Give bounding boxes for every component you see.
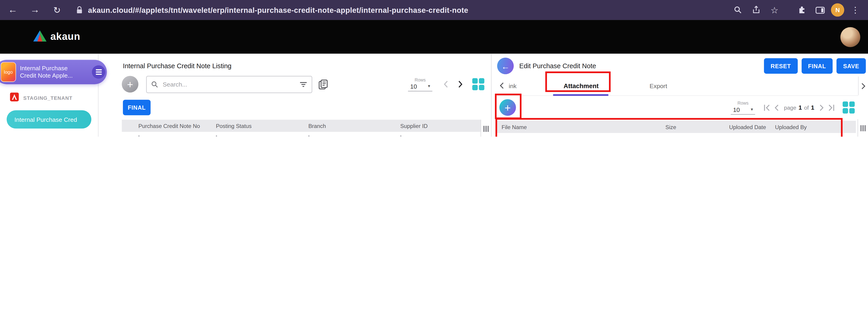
- plus-icon: +: [504, 102, 511, 113]
- browser-chrome: ← → ↻ akaun.cloud/#/applets/tnt/wavelet/…: [0, 0, 868, 20]
- add-attachment-button[interactable]: +: [499, 99, 516, 116]
- profile-avatar[interactable]: N: [831, 3, 844, 17]
- last-page-button[interactable]: [828, 103, 835, 112]
- browser-back-icon[interactable]: ←: [5, 3, 20, 17]
- app-header: akaun: [0, 20, 868, 54]
- detail-header: ← Edit Purchase Credit Note RESET FINAL …: [497, 54, 868, 76]
- col-supplier-id[interactable]: Supplier ID: [398, 123, 480, 129]
- listing-panel: Internal Purchase Credit Note Listing +: [120, 54, 492, 137]
- rows-per-page-select[interactable]: Rows 10▾: [730, 100, 756, 115]
- search-icon: [151, 81, 158, 88]
- reset-button[interactable]: RESET: [764, 58, 797, 74]
- share-icon[interactable]: [749, 3, 764, 17]
- tenant-name: STAGING_TENANT: [23, 95, 72, 101]
- attachment-table-header: File Name Size Uploaded Date Uploaded By: [497, 121, 856, 133]
- detail-panel: ← Edit Purchase Credit Note RESET FINAL …: [492, 54, 868, 137]
- add-record-button[interactable]: +: [122, 76, 138, 93]
- back-button[interactable]: ←: [497, 58, 514, 74]
- tabs-scroll-left-icon[interactable]: [497, 82, 506, 89]
- applet-name: Internal Purchase Credit Note Apple...: [20, 65, 73, 79]
- extensions-puzzle-icon[interactable]: [794, 3, 809, 17]
- grid-view-icon[interactable]: [840, 99, 857, 116]
- sidebar: logo Internal Purchase Credit Note Apple…: [0, 54, 99, 137]
- detail-tabs: ink Attachment Export: [497, 76, 858, 96]
- address-bar[interactable]: akaun.cloud/#/applets/tnt/wavelet/erp/in…: [76, 6, 724, 14]
- table-header-row: Purchase Credit Note No Posting Status B…: [122, 120, 480, 132]
- col-uploaded-by[interactable]: Uploaded By: [771, 124, 856, 130]
- applet-logo: logo: [0, 62, 16, 82]
- col-size[interactable]: Size: [661, 124, 724, 130]
- columns-icon[interactable]: [860, 124, 866, 134]
- browser-menu-kebab-icon[interactable]: ⋮: [848, 3, 863, 17]
- rows-label: Rows: [737, 100, 748, 106]
- sidebar-item-internal-purchase-credit-note[interactable]: Internal Purchase Cred: [7, 110, 91, 129]
- browser-forward-icon[interactable]: →: [28, 3, 42, 17]
- active-tab-underline: [553, 94, 609, 96]
- rows-value: 10: [410, 83, 417, 90]
- browser-refresh-icon[interactable]: ↻: [50, 3, 64, 17]
- save-button[interactable]: SAVE: [836, 58, 866, 74]
- back-arrow-icon: ←: [501, 61, 509, 70]
- browser-actions: ☆ N ⋮: [731, 3, 863, 17]
- tabs-scroll-right-icon[interactable]: [858, 77, 868, 95]
- columns-icon[interactable]: [483, 124, 489, 134]
- detail-title: Edit Purchase Credit Note: [519, 62, 596, 70]
- final-bulk-button[interactable]: FINAL: [123, 100, 151, 115]
- bookmark-star-icon[interactable]: ☆: [767, 3, 782, 17]
- table-filter-row: [122, 132, 480, 137]
- next-page-button[interactable]: [819, 103, 824, 112]
- url-text[interactable]: akaun.cloud/#/applets/tnt/wavelet/erp/in…: [88, 6, 468, 14]
- rows-label: Rows: [415, 78, 426, 82]
- col-posting-status[interactable]: Posting Status: [214, 123, 306, 129]
- filter-input-branch[interactable]: [308, 135, 309, 137]
- padlock-icon[interactable]: [76, 6, 83, 14]
- dropdown-caret-icon: ▾: [751, 107, 753, 112]
- attachment-toolbar: + Rows 10▾ page1of1: [497, 96, 858, 119]
- user-photo-avatar[interactable]: [840, 27, 860, 47]
- listing-toolbar: + Rows: [120, 74, 491, 94]
- tab-attachment[interactable]: Attachment: [564, 82, 598, 89]
- col-file-name[interactable]: File Name: [497, 124, 661, 130]
- grid-view-icon[interactable]: [470, 76, 487, 93]
- applet-switcher[interactable]: logo Internal Purchase Credit Note Apple…: [0, 60, 107, 84]
- tenant-selector[interactable]: STAGING_TENANT: [0, 92, 98, 103]
- tenant-logo-icon: [10, 92, 19, 103]
- page: ← → ↻ akaun.cloud/#/applets/tnt/wavelet/…: [0, 0, 868, 137]
- content: logo Internal Purchase Credit Note Apple…: [0, 54, 868, 137]
- page-indicator: page1of1: [784, 104, 814, 111]
- main-area: Internal Purchase Credit Note Listing +: [99, 54, 868, 137]
- filter-input-credit-note-no[interactable]: [138, 135, 140, 137]
- copy-list-icon[interactable]: [318, 79, 329, 90]
- dropdown-caret-icon: ▾: [428, 84, 430, 89]
- next-page-button[interactable]: [457, 80, 463, 89]
- rows-value: 10: [733, 106, 740, 113]
- search-box[interactable]: [146, 76, 312, 93]
- detail-actions: RESET FINAL SAVE: [764, 58, 866, 74]
- akaun-triangle-icon: [33, 30, 46, 43]
- zoom-icon[interactable]: [731, 3, 745, 17]
- final-button[interactable]: FINAL: [801, 58, 833, 74]
- listing-side-strip: Columns Filters: [480, 120, 491, 137]
- prev-page-button[interactable]: [443, 80, 449, 89]
- col-credit-note-no[interactable]: Purchase Credit Note No: [136, 123, 214, 129]
- filter-input-supplier-id[interactable]: [400, 135, 401, 137]
- brand-name: akaun: [50, 31, 80, 43]
- col-uploaded-date[interactable]: Uploaded Date: [724, 124, 771, 130]
- rows-per-page-select[interactable]: Rows 10▾: [407, 78, 433, 91]
- first-page-button[interactable]: [764, 103, 771, 112]
- col-branch[interactable]: Branch: [306, 123, 398, 129]
- search-input[interactable]: [162, 80, 296, 88]
- tab-link[interactable]: ink: [509, 82, 517, 89]
- akaun-logo[interactable]: akaun: [33, 30, 80, 43]
- filter-input-posting-status[interactable]: [216, 135, 217, 137]
- listing-title: Internal Purchase Credit Note Listing: [120, 54, 491, 70]
- prev-page-button[interactable]: [774, 103, 779, 112]
- plus-icon: +: [127, 79, 133, 90]
- filter-lines-icon[interactable]: [300, 81, 307, 87]
- credit-note-table: Purchase Credit Note No Posting Status B…: [122, 120, 480, 137]
- split-view-icon[interactable]: [813, 3, 827, 17]
- applet-menu-icon[interactable]: [92, 65, 105, 79]
- detail-side-strip: Columns Filters: [858, 119, 868, 137]
- tab-export[interactable]: Export: [650, 82, 667, 89]
